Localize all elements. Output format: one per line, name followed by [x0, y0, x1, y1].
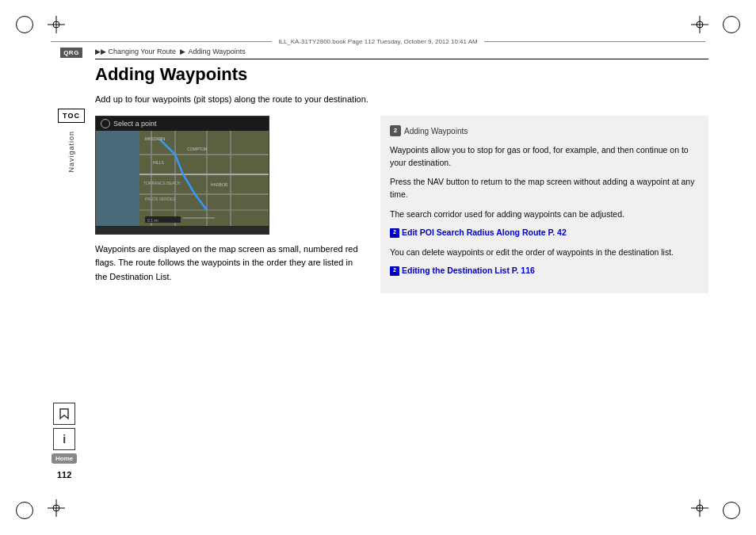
main-content: ▶▶ Changing Your Route ▶ Adding Waypoint…	[95, 48, 708, 487]
map-body: MISSION HILLS COMPTON TORRANCE BEACH HAR…	[96, 131, 269, 226]
svg-text:COMPTON: COMPTON	[187, 147, 208, 151]
breadcrumb-part2: Adding Waypoints	[189, 48, 246, 55]
info-paragraph-3: The search corridor used for adding wayp…	[390, 208, 699, 220]
svg-text:TORRANCE BEACH: TORRANCE BEACH	[143, 181, 181, 185]
info-section-title-text: Adding Waypoints	[404, 125, 468, 137]
svg-text:0.1 mi: 0.1 mi	[147, 218, 158, 223]
home-badge[interactable]: Home	[52, 453, 77, 464]
link1-text: Edit POI Search Radius Along Route P. 42	[402, 227, 567, 239]
bottom-left-icons: i Home 112	[52, 403, 77, 480]
corner-mark-bl	[16, 502, 33, 519]
svg-text:HARBOR: HARBOR	[211, 182, 228, 187]
page-title: Adding Waypoints	[95, 64, 708, 85]
left-column: Select a point	[95, 116, 365, 293]
crosshair-br	[691, 499, 708, 519]
link2-text: Editing the Destination List P. 116	[402, 265, 535, 277]
info-section-title: 2 Adding Waypoints	[390, 125, 699, 137]
navigation-label: Navigation	[67, 131, 75, 173]
svg-text:PALOS VERDES: PALOS VERDES	[145, 197, 176, 201]
file-info-bar: ILL_KA-31TY2800.book Page 112 Tuesday, O…	[48, 38, 708, 45]
info-paragraph-1: Waypoints allow you to stop for gas or f…	[390, 143, 699, 170]
intro-text: Add up to four waypoints (pit stops) alo…	[95, 93, 708, 106]
info-section-icon: 2	[390, 125, 401, 136]
bookmark-icon[interactable]	[53, 403, 75, 425]
map-header-text: Select a point	[113, 120, 157, 128]
corner-mark-tl	[16, 16, 33, 33]
info-mid-text: You can delete waypoints or edit the ord…	[390, 246, 699, 258]
corner-mark-tr	[723, 16, 740, 33]
svg-text:HILLS: HILLS	[153, 160, 165, 165]
map-container: Select a point	[95, 116, 269, 235]
page-number: 112	[57, 470, 71, 480]
link1-icon: 2	[390, 228, 399, 238]
breadcrumb: ▶▶ Changing Your Route ▶ Adding Waypoint…	[95, 48, 708, 59]
file-info-text: ILL_KA-31TY2800.book Page 112 Tuesday, O…	[278, 38, 478, 45]
link-edit-poi[interactable]: 2 Edit POI Search Radius Along Route P. …	[390, 227, 699, 239]
crosshair-tl	[48, 16, 65, 36]
info-paragraph-2: Press the NAV button to return to the ma…	[390, 175, 699, 201]
corner-mark-br	[723, 502, 740, 519]
breadcrumb-part1[interactable]: ▶▶ Changing Your Route	[95, 48, 176, 55]
qrg-badge: QRG	[60, 48, 82, 58]
content-columns: Select a point	[95, 116, 708, 293]
info-icon[interactable]: i	[53, 428, 75, 450]
svg-text:MISSION: MISSION	[145, 136, 165, 141]
crosshair-tr	[691, 16, 708, 36]
link2-icon: 2	[390, 266, 399, 276]
link-editing-destination[interactable]: 2 Editing the Destination List P. 116	[390, 265, 699, 277]
breadcrumb-arrow: ▶	[180, 48, 185, 55]
toc-badge[interactable]: TOC	[58, 109, 85, 123]
side-note: Waypoints are displayed on the map scree…	[95, 243, 365, 285]
crosshair-bl	[48, 499, 65, 519]
map-header: Select a point	[96, 117, 269, 131]
info-box: 2 Adding Waypoints Waypoints allow you t…	[380, 116, 708, 293]
svg-rect-13	[139, 131, 269, 226]
svg-rect-12	[96, 131, 143, 226]
